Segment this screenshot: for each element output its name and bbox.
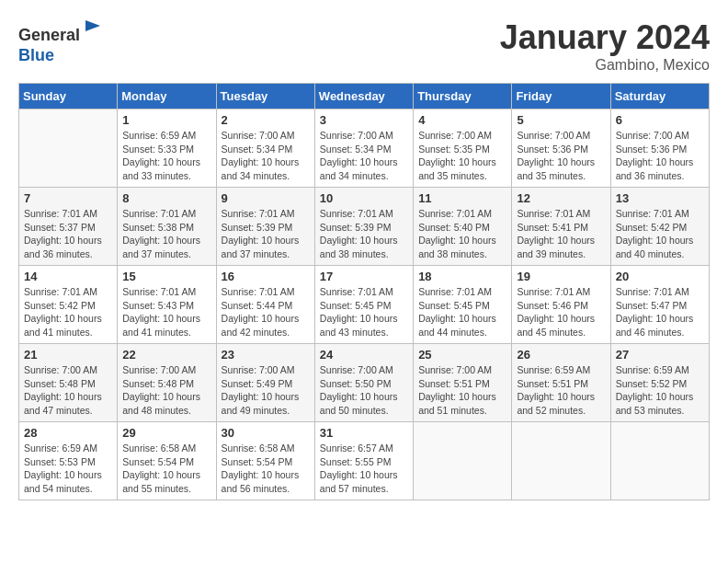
day-number: 1 [122, 113, 210, 127]
day-of-week-header: Sunday [19, 84, 118, 109]
day-info: Sunrise: 7:01 AM Sunset: 5:45 PM Dayligh… [320, 285, 408, 339]
calendar-cell: 14Sunrise: 7:01 AM Sunset: 5:42 PM Dayli… [19, 266, 118, 344]
calendar-week-row: 21Sunrise: 7:00 AM Sunset: 5:48 PM Dayli… [19, 344, 710, 422]
calendar-cell: 8Sunrise: 7:01 AM Sunset: 5:38 PM Daylig… [118, 188, 216, 266]
day-info: Sunrise: 7:00 AM Sunset: 5:34 PM Dayligh… [320, 129, 408, 183]
day-number: 5 [517, 113, 605, 127]
calendar-week-row: 1Sunrise: 6:59 AM Sunset: 5:33 PM Daylig… [19, 109, 710, 188]
day-info: Sunrise: 7:01 AM Sunset: 5:47 PM Dayligh… [616, 285, 704, 339]
day-of-week-header: Tuesday [216, 84, 314, 109]
calendar-cell: 25Sunrise: 7:00 AM Sunset: 5:51 PM Dayli… [414, 344, 512, 422]
day-number: 30 [222, 426, 310, 440]
day-info: Sunrise: 6:58 AM Sunset: 5:54 PM Dayligh… [222, 442, 310, 496]
calendar-cell [414, 422, 512, 500]
day-info: Sunrise: 6:57 AM Sunset: 5:55 PM Dayligh… [320, 442, 408, 496]
calendar-table: SundayMondayTuesdayWednesdayThursdayFrid… [18, 83, 710, 500]
day-info: Sunrise: 7:00 AM Sunset: 5:50 PM Dayligh… [320, 363, 408, 418]
calendar-cell: 23Sunrise: 7:00 AM Sunset: 5:49 PM Dayli… [216, 344, 314, 422]
day-number: 9 [222, 191, 310, 205]
day-info: Sunrise: 7:01 AM Sunset: 5:46 PM Dayligh… [517, 285, 605, 339]
calendar-cell: 26Sunrise: 6:59 AM Sunset: 5:51 PM Dayli… [512, 344, 610, 422]
day-info: Sunrise: 7:01 AM Sunset: 5:40 PM Dayligh… [418, 207, 506, 261]
day-number: 13 [616, 191, 704, 205]
calendar-cell: 4Sunrise: 7:00 AM Sunset: 5:35 PM Daylig… [414, 109, 512, 188]
day-number: 21 [24, 348, 112, 362]
calendar-cell [19, 109, 118, 188]
calendar-cell: 30Sunrise: 6:58 AM Sunset: 5:54 PM Dayli… [216, 422, 314, 500]
day-info: Sunrise: 7:00 AM Sunset: 5:34 PM Dayligh… [222, 129, 310, 183]
day-info: Sunrise: 7:01 AM Sunset: 5:45 PM Dayligh… [418, 285, 506, 339]
calendar-week-row: 28Sunrise: 6:59 AM Sunset: 5:53 PM Dayli… [19, 422, 710, 500]
day-number: 19 [517, 270, 605, 283]
calendar-cell: 11Sunrise: 7:01 AM Sunset: 5:40 PM Dayli… [414, 188, 512, 266]
calendar-cell [512, 422, 610, 500]
calendar-subtitle: Gambino, Mexico [500, 57, 710, 74]
day-number: 3 [320, 113, 408, 127]
day-info: Sunrise: 7:01 AM Sunset: 5:38 PM Dayligh… [122, 207, 210, 261]
day-number: 16 [222, 270, 310, 283]
day-number: 22 [122, 348, 210, 362]
day-of-week-header: Monday [118, 84, 216, 109]
day-info: Sunrise: 7:01 AM Sunset: 5:43 PM Dayligh… [122, 285, 210, 339]
title-block: January 2024 Gambino, Mexico [500, 18, 710, 74]
day-info: Sunrise: 7:00 AM Sunset: 5:48 PM Dayligh… [122, 363, 210, 418]
svg-marker-0 [85, 20, 100, 31]
logo: General Blue [18, 18, 104, 65]
calendar-cell: 17Sunrise: 7:01 AM Sunset: 5:45 PM Dayli… [314, 266, 413, 344]
day-of-week-header: Saturday [610, 84, 709, 109]
calendar-cell: 19Sunrise: 7:01 AM Sunset: 5:46 PM Dayli… [512, 266, 610, 344]
calendar-cell: 7Sunrise: 7:01 AM Sunset: 5:37 PM Daylig… [19, 188, 118, 266]
day-info: Sunrise: 6:59 AM Sunset: 5:33 PM Dayligh… [122, 129, 210, 183]
calendar-cell: 20Sunrise: 7:01 AM Sunset: 5:47 PM Dayli… [610, 266, 709, 344]
day-number: 17 [320, 270, 408, 283]
day-number: 26 [517, 348, 605, 362]
calendar-title: January 2024 [500, 18, 710, 57]
day-number: 4 [418, 113, 506, 127]
calendar-cell: 21Sunrise: 7:00 AM Sunset: 5:48 PM Dayli… [19, 344, 118, 422]
day-info: Sunrise: 7:01 AM Sunset: 5:39 PM Dayligh… [222, 207, 310, 261]
calendar-cell: 28Sunrise: 6:59 AM Sunset: 5:53 PM Dayli… [19, 422, 118, 500]
day-number: 2 [222, 113, 310, 127]
logo-blue: Blue [18, 46, 54, 64]
calendar-cell: 3Sunrise: 7:00 AM Sunset: 5:34 PM Daylig… [314, 109, 413, 188]
day-number: 23 [222, 348, 310, 362]
calendar-cell [610, 422, 709, 500]
day-number: 20 [616, 270, 704, 283]
day-number: 28 [24, 426, 112, 440]
day-number: 24 [320, 348, 408, 362]
day-of-week-header: Wednesday [314, 84, 413, 109]
calendar-cell: 29Sunrise: 6:58 AM Sunset: 5:54 PM Dayli… [118, 422, 216, 500]
day-info: Sunrise: 7:00 AM Sunset: 5:36 PM Dayligh… [517, 129, 605, 183]
calendar-cell: 13Sunrise: 7:01 AM Sunset: 5:42 PM Dayli… [610, 188, 709, 266]
page-header: General Blue January 2024 Gambino, Mexic… [18, 18, 710, 74]
day-info: Sunrise: 6:59 AM Sunset: 5:53 PM Dayligh… [24, 442, 112, 496]
calendar-week-row: 14Sunrise: 7:01 AM Sunset: 5:42 PM Dayli… [19, 266, 710, 344]
logo-general: General [18, 26, 80, 44]
day-header-row: SundayMondayTuesdayWednesdayThursdayFrid… [19, 84, 710, 109]
calendar-cell: 15Sunrise: 7:01 AM Sunset: 5:43 PM Dayli… [118, 266, 216, 344]
day-number: 6 [616, 113, 704, 127]
day-number: 27 [616, 348, 704, 362]
day-info: Sunrise: 7:00 AM Sunset: 5:35 PM Dayligh… [418, 129, 506, 183]
day-number: 11 [418, 191, 506, 205]
calendar-cell: 1Sunrise: 6:59 AM Sunset: 5:33 PM Daylig… [118, 109, 216, 188]
calendar-cell: 2Sunrise: 7:00 AM Sunset: 5:34 PM Daylig… [216, 109, 314, 188]
day-of-week-header: Friday [512, 84, 610, 109]
logo-flag-icon [82, 18, 104, 40]
day-info: Sunrise: 7:01 AM Sunset: 5:41 PM Dayligh… [517, 207, 605, 261]
calendar-cell: 18Sunrise: 7:01 AM Sunset: 5:45 PM Dayli… [414, 266, 512, 344]
day-info: Sunrise: 6:59 AM Sunset: 5:52 PM Dayligh… [616, 363, 704, 418]
day-number: 10 [320, 191, 408, 205]
day-number: 7 [24, 191, 112, 205]
day-number: 25 [418, 348, 506, 362]
day-info: Sunrise: 7:01 AM Sunset: 5:42 PM Dayligh… [24, 285, 112, 339]
calendar-cell: 22Sunrise: 7:00 AM Sunset: 5:48 PM Dayli… [118, 344, 216, 422]
day-info: Sunrise: 7:00 AM Sunset: 5:48 PM Dayligh… [24, 363, 112, 418]
day-info: Sunrise: 7:00 AM Sunset: 5:51 PM Dayligh… [418, 363, 506, 418]
calendar-cell: 24Sunrise: 7:00 AM Sunset: 5:50 PM Dayli… [314, 344, 413, 422]
day-info: Sunrise: 7:01 AM Sunset: 5:42 PM Dayligh… [616, 207, 704, 261]
calendar-cell: 5Sunrise: 7:00 AM Sunset: 5:36 PM Daylig… [512, 109, 610, 188]
day-number: 29 [122, 426, 210, 440]
day-number: 31 [320, 426, 408, 440]
day-info: Sunrise: 7:01 AM Sunset: 5:39 PM Dayligh… [320, 207, 408, 261]
